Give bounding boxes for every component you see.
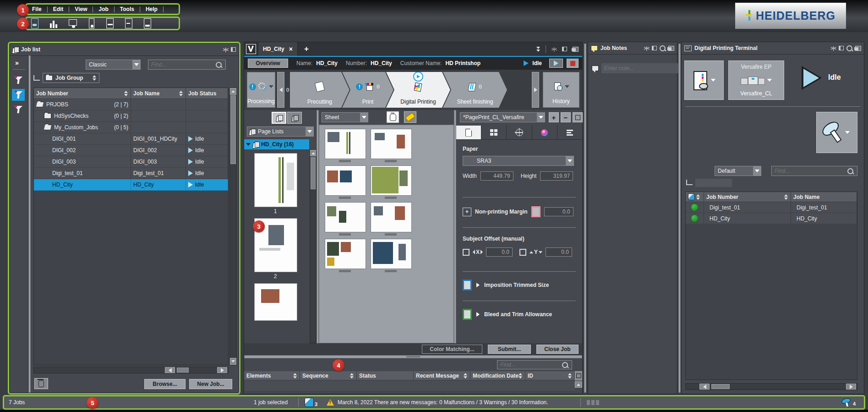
- sort-icon[interactable]: [696, 194, 700, 200]
- new-tab-button[interactable]: +: [298, 42, 315, 56]
- collapse-panel-icon[interactable]: >|<: [644, 46, 649, 51]
- page-lists-select[interactable]: Page Lists: [247, 126, 314, 137]
- terminal-group-select[interactable]: [695, 179, 732, 187]
- submit-button[interactable]: Submit...: [488, 345, 531, 354]
- elements-find[interactable]: [497, 360, 572, 369]
- sort-icon[interactable]: [519, 373, 523, 379]
- col-recent-message[interactable]: Recent Message: [414, 371, 470, 380]
- stop-job-button[interactable]: [567, 59, 579, 68]
- pages-view-button-selected[interactable]: [272, 112, 286, 124]
- press-type-button[interactable]: [684, 60, 724, 100]
- add-preset-button[interactable]: +: [549, 112, 559, 122]
- tab-list[interactable]: [557, 126, 582, 139]
- pin-search-icon[interactable]: [660, 45, 666, 51]
- offset-y-checkbox[interactable]: [519, 249, 526, 256]
- scroll-up-button[interactable]: [575, 381, 582, 388]
- horizontal-splitter[interactable]: [244, 355, 582, 358]
- col-device-status[interactable]: [686, 192, 704, 202]
- sort-icon[interactable]: [350, 373, 354, 379]
- tab-paper-selected[interactable]: [456, 126, 481, 139]
- tab-hd-city[interactable]: HD_City ×: [258, 42, 298, 56]
- status-message[interactable]: March 8, 2022 There are new messages: 0 …: [338, 399, 548, 406]
- overview-button[interactable]: Overview: [248, 59, 288, 68]
- sheet-thumbnail[interactable]: [325, 202, 366, 232]
- offset-x-checkbox[interactable]: [463, 249, 469, 256]
- sheet-thumbnail[interactable]: [371, 239, 412, 269]
- scroll-thumb[interactable]: [711, 384, 730, 389]
- color-matching-button[interactable]: Color Matching...: [422, 345, 482, 354]
- panel-splitter[interactable]: [678, 44, 681, 393]
- step-history[interactable]: History: [543, 72, 579, 108]
- dock-panel-icon[interactable]: [562, 47, 567, 51]
- table-settings-icon[interactable]: [575, 371, 582, 380]
- statistics-tool-icon[interactable]: [49, 18, 58, 28]
- tab-marks[interactable]: [507, 126, 532, 139]
- margin-color-swatch[interactable]: [531, 206, 540, 217]
- job-list-tool-icon[interactable]: [30, 18, 39, 28]
- close-icon[interactable]: ×: [289, 45, 293, 53]
- col-elements[interactable]: Elements: [244, 371, 300, 380]
- hand-tool-button-selected[interactable]: [387, 111, 399, 123]
- page-thumbnail-partial[interactable]: [254, 283, 297, 321]
- paper-width-input[interactable]: [480, 171, 513, 181]
- imposition-preset-select[interactable]: *PagePrint_CL_Versafire: [460, 112, 545, 122]
- sheet-canvas[interactable]: [319, 125, 454, 343]
- sort-icon[interactable]: [784, 194, 788, 200]
- tab-overflow-icon[interactable]: [536, 47, 540, 52]
- output-filter-button[interactable]: [816, 112, 857, 153]
- document-link-tool-icon[interactable]: [143, 18, 152, 28]
- printer-settings-tool-icon[interactable]: [87, 18, 96, 28]
- col-terminal-job-name[interactable]: Job Name: [791, 192, 857, 202]
- col-terminal-job-number[interactable]: Job Number: [704, 192, 791, 202]
- document-note-tool-icon[interactable]: [124, 18, 133, 28]
- terminal-hscrollbar[interactable]: [685, 383, 857, 390]
- bleed-trim-swatch[interactable]: [463, 309, 472, 320]
- scroll-thumb[interactable]: [311, 157, 316, 189]
- menu-file[interactable]: File: [27, 6, 47, 12]
- system-settings-tool-icon[interactable]: [68, 18, 77, 28]
- note-input[interactable]: [601, 65, 679, 71]
- rename-document-tool-icon[interactable]: [105, 18, 115, 28]
- sheet-thumbnail[interactable]: [371, 129, 412, 159]
- pin-search-icon[interactable]: [846, 45, 852, 51]
- start-job-button[interactable]: [549, 59, 563, 68]
- undock-panel-icon[interactable]: [573, 47, 579, 52]
- terminal-find[interactable]: [771, 166, 857, 176]
- chain-scroll-left-button[interactable]: [277, 72, 284, 108]
- tab-color[interactable]: [532, 126, 557, 139]
- imposition-trim-swatch[interactable]: [463, 280, 472, 291]
- menu-job[interactable]: Job: [93, 6, 114, 12]
- paper-size-select[interactable]: SRA3: [463, 156, 574, 166]
- elements-find-input[interactable]: [497, 362, 562, 368]
- note-input-wrap[interactable]: [601, 63, 679, 73]
- sheet-thumbnail[interactable]: [371, 165, 412, 196]
- collapse-panel-icon[interactable]: >|<: [831, 46, 836, 51]
- col-status[interactable]: Status: [357, 371, 414, 380]
- page-list-vscrollbar[interactable]: [310, 149, 317, 343]
- remove-preset-button[interactable]: −: [561, 112, 571, 122]
- undock-panel-icon[interactable]: [855, 46, 861, 51]
- terminal-find-input[interactable]: [772, 168, 847, 174]
- scroll-up-button[interactable]: [310, 150, 316, 156]
- menu-view[interactable]: View: [69, 6, 93, 12]
- sheet-thumbnail[interactable]: [371, 202, 412, 232]
- sort-icon[interactable]: [464, 373, 468, 379]
- chain-scroll-right-button[interactable]: [532, 72, 539, 108]
- col-sequence[interactable]: Sequence: [300, 371, 357, 380]
- offset-x-input[interactable]: [486, 247, 513, 257]
- tree-collapse-icon[interactable]: [686, 180, 693, 185]
- expand-margin-icon[interactable]: +: [463, 208, 471, 216]
- paper-height-input[interactable]: [540, 171, 573, 181]
- undock-panel-icon[interactable]: [668, 46, 674, 51]
- scroll-right-button[interactable]: [846, 384, 856, 390]
- outbox-indicator[interactable]: 4: [842, 398, 856, 407]
- sort-icon[interactable]: [568, 373, 572, 379]
- sheet-view-select[interactable]: Sheet: [322, 112, 368, 122]
- scroll-left-button[interactable]: [699, 384, 710, 390]
- close-job-button[interactable]: Close Job: [536, 345, 579, 354]
- sheet-thumbnail[interactable]: [325, 129, 366, 159]
- dock-panel-icon[interactable]: [839, 46, 844, 50]
- menu-help[interactable]: Help: [140, 6, 163, 12]
- dock-panel-icon[interactable]: [652, 46, 657, 50]
- terminal-row[interactable]: Digi_test_01 Digi_test_01: [686, 202, 857, 213]
